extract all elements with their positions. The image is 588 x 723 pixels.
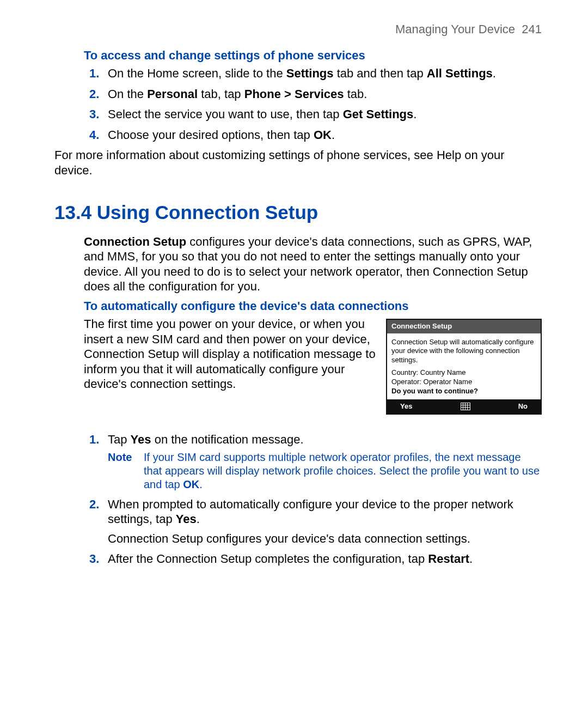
step-number: 3. <box>89 551 99 567</box>
step-3: 3. After the Connection Setup completes … <box>106 551 542 567</box>
steps-auto-configure: 1. Tap Yes on the notification message. … <box>84 432 542 567</box>
yes-button[interactable]: Yes <box>400 402 412 411</box>
para-connection-intro: Connection Setup configures your device'… <box>84 234 542 294</box>
dialog-buttons: Yes No <box>387 399 541 414</box>
steps-access-settings: 1.On the Home screen, slide to the Setti… <box>84 66 542 142</box>
step-2-after: Connection Setup configures your device'… <box>108 532 470 545</box>
step-number: 1. <box>89 432 99 447</box>
note-label: Note <box>108 451 144 491</box>
step-1: 1. Tap Yes on the notification message. … <box>106 432 542 491</box>
chapter-title: Managing Your Device <box>395 22 515 36</box>
step-2: 2. When prompted to automatically config… <box>106 497 542 546</box>
step-number: 3. <box>89 107 99 122</box>
step-number: 1. <box>89 66 99 81</box>
dialog-continue: Do you want to continue? <box>391 387 478 395</box>
page-number: 241 <box>522 22 542 36</box>
step-4: 4.Choose your desired options, then tap … <box>106 127 542 143</box>
wrap-block: Connection Setup Connection Setup will a… <box>84 317 542 419</box>
dialog-operator: Operator: Operator Name <box>391 378 536 387</box>
no-button[interactable]: No <box>518 402 528 411</box>
note-text: If your SIM card supports multiple netwo… <box>144 451 542 491</box>
dialog-body: Connection Setup will automatically conf… <box>387 333 541 399</box>
heading-13-4: 13.4 Using Connection Setup <box>54 201 542 224</box>
subheading-access-settings: To access and change settings of phone s… <box>84 48 542 63</box>
para-more-info: For more information about customizing s… <box>54 148 542 178</box>
keyboard-icon[interactable] <box>461 403 470 410</box>
step-number: 4. <box>89 127 99 143</box>
step-3: 3.Select the service you want to use, th… <box>106 107 542 122</box>
note-block: Note If your SIM card supports multiple … <box>108 451 542 491</box>
dialog-title: Connection Setup <box>387 320 541 333</box>
step-1: 1.On the Home screen, slide to the Setti… <box>106 66 542 81</box>
step-number: 2. <box>89 497 99 512</box>
page-header: Managing Your Device 241 <box>54 22 542 37</box>
dialog-line: Connection Setup will automatically conf… <box>391 338 536 366</box>
dialog-country: Country: Country Name <box>391 368 536 378</box>
subheading-auto-configure: To automatically configure the device's … <box>84 299 542 314</box>
connection-setup-dialog: Connection Setup Connection Setup will a… <box>386 319 542 415</box>
step-2: 2.On the Personal tab, tap Phone > Servi… <box>106 87 542 102</box>
step-number: 2. <box>89 87 99 102</box>
